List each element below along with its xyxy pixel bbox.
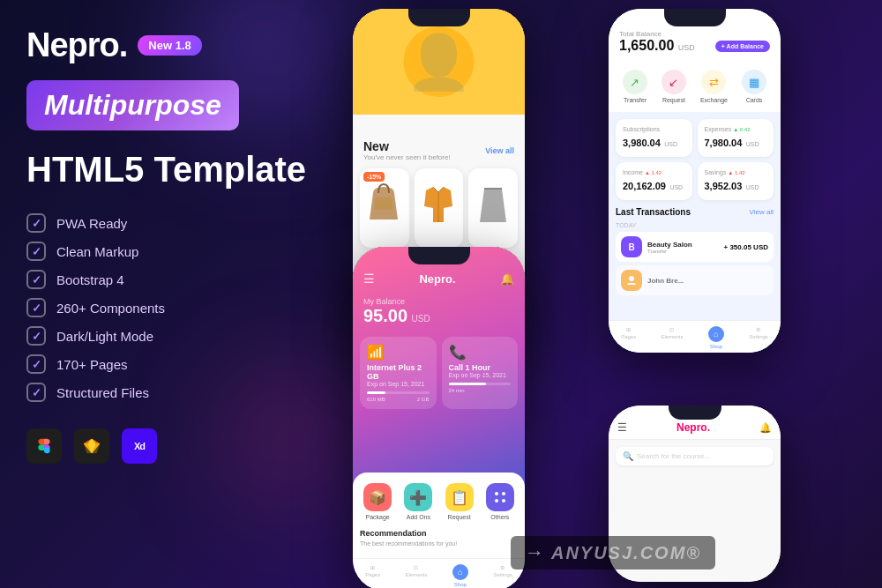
search-bar[interactable]: 🔍 Search for the course... [616,447,774,465]
nav-settings-2[interactable]: ⚙ Settings [749,326,768,349]
transactions-view-all[interactable]: View all [750,208,774,216]
call-bar [449,383,486,385]
check-icon [26,270,46,289]
tool-icons-row: Xd [26,428,309,464]
savings-value: 3,952.03 [705,181,743,191]
app-addons[interactable]: ➕ Add Ons [400,483,436,520]
finance-stats: Subscriptions 3,980.04 USD Expenses ▲ 0.… [609,112,781,207]
internet-card[interactable]: 📶 Internet Plus 2 GB Exp on Sep 15, 2021… [360,337,437,409]
today-label: TODAY [616,222,774,228]
transaction-info-2: John Bre... [647,277,768,285]
nav-home-2[interactable]: ⌂ Shop [708,326,724,349]
multipurpose-box: Multipurpose [26,80,239,130]
svg-point-14 [502,499,505,502]
telecom-screen: ☰ Nepro. 🔔 My Balance 95.00 USD 📶 Intern… [353,247,525,588]
brand-name: Nepro. [26,26,127,64]
feature-item: 260+ Components [26,298,309,317]
feature-item: PWA Ready [26,213,309,233]
finance-screen: Total Balance 1,650.00 USD + Add Balance… [609,9,781,353]
action-transfer[interactable]: ↗ Transfer [623,70,647,103]
stat-expenses: Expenses ▲ 0.42 7,980.04 USD [698,119,774,157]
check-icon [26,354,46,374]
action-exchange[interactable]: ⇄ Exchange [700,70,728,103]
html5-template-text: HTML5 Template [26,150,309,189]
phone-finance: Total Balance 1,650.00 USD + Add Balance… [609,9,781,353]
transactions-header: Last Transactions View all [616,207,774,217]
products-row: -15% [353,168,525,248]
internet-total: 2 GB [417,397,430,402]
bell-icon-3[interactable]: 🔔 [500,272,514,286]
multipurpose-text: Multipurpose [44,89,221,121]
internet-used: 610 MB [367,397,385,402]
nav-home-label-3: Shop [454,582,467,587]
internet-bar [367,391,385,394]
app-request[interactable]: 📋 Request [442,483,477,520]
menu-icon-4[interactable]: ☰ [617,421,627,434]
bell-icon-4[interactable]: 🔔 [759,422,772,434]
action-request[interactable]: ↙ Request [662,70,686,103]
feature-label: Structured Files [56,385,149,400]
nav-pages-3[interactable]: ⊞ Pages [365,564,380,587]
transaction-item-2[interactable]: John Bre... [616,265,774,295]
feature-label: Dark/Light Mode [56,329,153,344]
call-card[interactable]: 📞 Call 1 Hour Exp on Sep 15, 2021 24 min [442,337,519,409]
telecom-bottom: 📦 Package ➕ Add Ons 📋 Request [353,473,525,588]
nav-home-3[interactable]: ⌂ Shop [452,564,468,587]
request-icon: ↙ [662,70,686,94]
version-badge: New 1.8 [138,35,201,56]
svg-point-12 [502,492,505,495]
product-jacket[interactable] [415,168,464,248]
telecom-logo: Nepro. [419,272,455,286]
feature-label: 260+ Components [56,301,165,316]
home-icon-2: ⌂ [708,326,724,342]
transfer-label: Transfer [624,97,647,103]
income-change: ▲ 1.42 [645,170,662,175]
action-cards[interactable]: ▦ Cards [742,70,766,103]
product-third-image [468,168,518,234]
nav-elements-3[interactable]: ⊡ Elements [405,564,427,587]
nav-pages-label-3: Pages [365,572,380,577]
features-list: PWA Ready Clean Markup Bootstrap 4 260+ … [26,213,309,402]
internet-stats: 610 MB 2 GB [367,397,430,402]
phone-telecom: ☰ Nepro. 🔔 My Balance 95.00 USD 📶 Intern… [353,247,525,588]
subscriptions-currency: USD [664,141,677,147]
transaction-item[interactable]: B Beauty Salon Transfer + 350.05 USD [616,232,774,262]
nav-home-label-2: Shop [710,344,722,349]
search-logo: Nepro. [676,421,710,434]
nav-elements-2[interactable]: ⊡ Elements [661,326,683,349]
shopping-view-all[interactable]: View all [485,146,514,155]
income-value: 20,162.09 [623,181,666,191]
product-jacket-image [415,168,464,234]
product-third[interactable] [468,168,518,248]
feature-label: Clean Markup [56,244,138,259]
product-bag[interactable]: -15% [360,168,409,248]
search-placeholder: Search for the course... [637,452,710,460]
app-others[interactable]: Others [482,483,518,520]
request-label: Request [662,97,685,103]
feature-item: Dark/Light Mode [26,326,309,346]
subscriptions-value: 3,980.04 [623,138,661,148]
exchange-icon: ⇄ [701,70,726,94]
nav-settings-label-3: Settings [493,572,512,577]
savings-change: ▲ 1.42 [728,170,744,175]
nav-settings-3[interactable]: ⚙ Settings [493,564,512,587]
menu-icon-3[interactable]: ☰ [363,272,375,286]
internet-title: Internet Plus 2 GB [367,363,430,381]
stat-savings: Savings ▲ 1.42 3,952.03 USD [698,162,774,200]
apps-grid: 📦 Package ➕ Add Ons 📋 Request [360,483,518,520]
svg-point-10 [629,276,634,281]
sketch-icon [74,428,109,464]
add-balance-button[interactable]: + Add Balance [715,41,770,52]
check-icon [26,298,46,317]
balance-currency: USD [678,43,695,52]
feature-label: PWA Ready [56,216,127,231]
request-label-3: Request [448,514,471,520]
finance-actions: ↗ Transfer ↙ Request ⇄ Exch [609,61,781,112]
expenses-currency: USD [746,141,759,147]
pages-icon-3: ⊞ [370,564,375,570]
telecom-balance: My Balance 95.00 USD [353,293,525,337]
call-title: Call 1 Hour [449,363,512,372]
package-icon: 📦 [363,483,392,511]
nav-pages-2[interactable]: ⊞ Pages [621,326,636,349]
app-package[interactable]: 📦 Package [360,483,395,520]
